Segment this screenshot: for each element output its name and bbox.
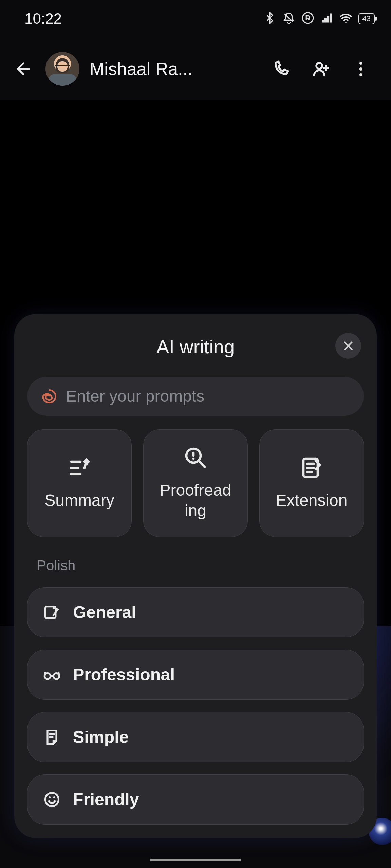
extension-icon bbox=[299, 456, 324, 480]
glasses-icon bbox=[43, 666, 61, 684]
signal-icon bbox=[320, 12, 333, 26]
polish-general[interactable]: General bbox=[27, 587, 364, 637]
panel-title: AI writing bbox=[27, 336, 364, 358]
dnd-icon bbox=[282, 12, 295, 26]
note-icon bbox=[43, 728, 61, 746]
more-icon bbox=[359, 62, 362, 76]
contact-avatar[interactable] bbox=[45, 52, 79, 86]
prompt-placeholder: Enter your prompts bbox=[66, 387, 204, 406]
tile-label: Proofread ing bbox=[160, 480, 231, 521]
wifi-icon bbox=[339, 12, 352, 26]
svg-point-1 bbox=[316, 63, 322, 69]
call-button[interactable] bbox=[269, 57, 293, 81]
status-bar: 10:22 43 bbox=[0, 0, 391, 37]
close-button[interactable] bbox=[335, 333, 361, 359]
ai-swirl-icon bbox=[41, 388, 58, 405]
polish-label: General bbox=[73, 603, 136, 622]
status-time: 10:22 bbox=[24, 10, 62, 27]
add-person-button[interactable] bbox=[309, 57, 333, 81]
prompt-input[interactable]: Enter your prompts bbox=[27, 377, 364, 416]
summary-tile[interactable]: Summary bbox=[27, 429, 132, 537]
polish-label: Simple bbox=[73, 727, 129, 747]
svg-point-7 bbox=[45, 793, 59, 806]
polish-simple[interactable]: Simple bbox=[27, 712, 364, 762]
polish-professional[interactable]: Professional bbox=[27, 650, 364, 700]
polish-section-label: Polish bbox=[37, 557, 364, 574]
contact-name[interactable]: Mishaal Ra... bbox=[90, 59, 259, 79]
pen-icon bbox=[43, 604, 61, 621]
polish-friendly[interactable]: Friendly bbox=[27, 774, 364, 825]
tile-label: Summary bbox=[44, 490, 114, 511]
bluetooth-icon bbox=[263, 12, 276, 26]
more-button[interactable] bbox=[349, 57, 373, 81]
action-tile-row: Summary Proofread ing Extension bbox=[27, 429, 364, 537]
battery-icon: 43 bbox=[358, 13, 375, 24]
summary-icon bbox=[67, 456, 92, 480]
back-button[interactable] bbox=[12, 57, 35, 81]
ai-writing-panel: AI writing Enter your prompts Summary Pr… bbox=[14, 314, 377, 838]
registered-icon bbox=[301, 12, 314, 26]
polish-list: General Professional Simple Friendly bbox=[27, 587, 364, 825]
extension-tile[interactable]: Extension bbox=[259, 429, 364, 537]
battery-level: 43 bbox=[362, 14, 371, 23]
polish-label: Friendly bbox=[73, 790, 139, 809]
close-icon bbox=[342, 340, 354, 352]
home-indicator[interactable] bbox=[150, 859, 241, 861]
app-bar: Mishaal Ra... bbox=[0, 37, 391, 100]
proofreading-tile[interactable]: Proofread ing bbox=[143, 429, 248, 537]
status-icons: 43 bbox=[263, 12, 375, 26]
smile-icon bbox=[43, 791, 61, 808]
proofread-icon bbox=[183, 446, 208, 470]
tile-label: Extension bbox=[276, 490, 348, 511]
polish-label: Professional bbox=[73, 665, 175, 685]
